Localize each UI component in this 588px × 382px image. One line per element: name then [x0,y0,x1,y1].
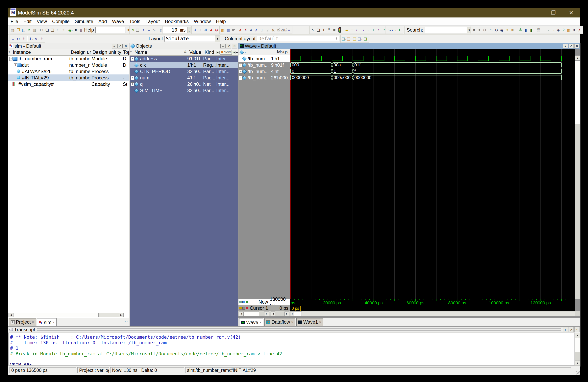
cursor-tool-icon[interactable] [242,307,245,310]
sim-undock-button[interactable]: ⇗ [117,44,123,48]
load-layout-icon[interactable]: ❏▾ [357,36,362,42]
tab-close-icon[interactable]: ✕ [291,321,294,324]
menu-help[interactable]: Help [213,19,228,24]
wave-vscroll-thumb[interactable] [575,61,580,124]
names-scroll-thumb[interactable] [244,312,259,316]
transcript-vscrollbar[interactable]: ▲ ▼ [575,333,580,366]
cursor-label[interactable]: Cursor 1 [250,305,270,311]
show-all-icon[interactable]: ALL [281,27,286,33]
wave-hscroll-left[interactable]: ◂ [290,312,294,316]
profile-view-icon[interactable]: ▦ [226,27,231,33]
menu-file[interactable]: File [8,19,21,24]
now-go-icon[interactable] [246,301,248,303]
zoom-out-icon[interactable]: ⊖ [494,27,499,33]
help-mode-icon[interactable]: ? [561,27,566,33]
pause-hand-icon[interactable]: ☛ [231,27,236,33]
step-over-current-icon[interactable]: ↻▾ [34,36,39,42]
new-icon[interactable]: ▤▾ [11,27,16,33]
profile-icon[interactable]: ▦ [220,27,225,33]
wave-cursor-icon[interactable]: ╧ [518,27,523,33]
wave-signal-row[interactable]: /tb_num...1'h1 [238,55,290,62]
wave-signal-row[interactable]: +/tb_num...9'h01f [238,62,290,68]
tab-close-icon[interactable]: ✕ [32,321,34,324]
sim-hscroll-left[interactable]: ◀ [9,313,13,317]
kill-process-icon[interactable]: ✗ [238,27,243,33]
wave-close-button[interactable]: ✕ [574,44,579,48]
traffic-light-icon[interactable] [337,27,342,33]
add-selected-icon[interactable]: ✛ [397,27,402,33]
values-scroll-right[interactable]: ▶ [284,312,289,316]
wave-grid-icon[interactable]: ▒ [536,27,541,33]
menu-bookmarks[interactable]: Bookmarks [162,19,191,24]
sim-col-3[interactable]: Top Category [121,49,129,55]
sim-tree-row[interactable]: #ALWAYS#26tb_number...Process- [8,68,129,74]
expand-plus-icon[interactable]: + [130,76,134,80]
transcript-log[interactable]: # ** Note: $finish : C:/Users/Microsoft/… [8,333,575,365]
menu-view[interactable]: View [34,19,50,24]
highlight-off-icon[interactable]: ▱ [350,27,355,33]
calendar-icon[interactable]: ▦ [566,27,571,33]
save-layout-icon[interactable]: ❏▾ [341,36,346,42]
zoom-cursor-icon[interactable]: ⌖ [505,27,510,33]
objects-col-2[interactable]: Kind [203,49,216,55]
wave-panel-titlebar[interactable]: Wave - Default + ⇗ ✕ [238,43,580,49]
restart-icon[interactable]: ↻ [130,27,135,33]
objects-row[interactable]: SIM_TIME32'h0...Par...Inter... [130,87,238,93]
sim-tree-row[interactable]: #INITIAL#29tb_number...Process- [8,74,129,81]
step-out-icon[interactable]: ⇡ [21,36,26,42]
tab-project[interactable]: Project✕ [9,318,36,326]
menu-layout[interactable]: Layout [143,19,162,24]
resize-grip[interactable] [576,371,580,374]
prev-fall-icon[interactable]: ↓ [371,27,376,33]
find-next-icon[interactable]: ⚭ [472,27,477,33]
find-icon[interactable]: ⚭ [73,27,78,33]
tab-wave1[interactable]: Wave1✕ [296,318,323,326]
menu-window[interactable]: Window [191,19,213,24]
sim-hscroll-thumb[interactable] [13,313,99,317]
edit-layout-icon[interactable]: ❏ [352,36,357,42]
cursor-time-box[interactable]: 0 ps [291,306,301,311]
objects-row[interactable]: +q26'h0...NetInter... [130,81,238,87]
tab-close-icon[interactable]: ✕ [53,321,55,324]
rainbow-icon[interactable]: ≣ [286,27,292,33]
wave-expand2-icon[interactable]: ⌐ [547,27,552,33]
expand-plus-icon[interactable]: + [239,70,243,73]
menu-add[interactable]: Add [96,19,109,24]
move-mode-icon[interactable]: ✛ [321,27,326,33]
transcript-scroll-up[interactable]: ▲ [575,333,580,338]
redo-icon[interactable]: ↷ [61,27,66,33]
tab-wave[interactable]: Wave✕ [239,318,263,326]
wave-hscroll-thumb[interactable] [294,312,302,316]
expand-time-icon[interactable]: ⇢▾ [386,27,391,33]
sim-tree-row[interactable]: −tb_number_ramtb_number...ModuleD [8,55,129,62]
run-all-icon[interactable]: ⇊ [203,27,208,33]
delete-icon[interactable]: ✗ [577,27,582,33]
undo-icon[interactable]: ↶ [55,27,60,33]
wave-signal-row[interactable]: +/tb_num...26'h000... [238,74,290,81]
expand-plus-icon[interactable]: + [239,63,243,67]
objects-close-button[interactable]: ✕ [232,44,237,48]
search-input[interactable] [425,27,467,33]
wave-hscrollbar[interactable]: ◂ [290,312,575,316]
objects-dock-button[interactable]: + [220,44,226,48]
transcript-titlebar[interactable]: Transcript + ⇗ ✕ [8,327,580,333]
next-transition-icon[interactable]: ⇥ [360,27,365,33]
step-out-current-icon[interactable]: ⇡ [39,36,44,42]
remove-filter-icon[interactable]: ✗ [249,27,253,33]
clear-icon[interactable]: ✗ [254,27,259,33]
stop-icon[interactable]: ✗ [209,27,214,33]
expand-plus-icon[interactable]: + [239,76,243,80]
sim-col-1[interactable]: Design unit [69,49,91,55]
now-prev-icon[interactable]: ⇤ [216,51,220,54]
header-overflow-icon[interactable]: ▶ [236,51,238,54]
tab-sim[interactable]: sim✕ [37,318,57,326]
sim-tree-row[interactable]: +dutnumber_ra...ModuleD [8,62,129,68]
sim-panel-titlebar[interactable]: sim - Default + ⇗ ✕ [8,43,129,49]
objects-col-1[interactable]: Value [188,49,203,55]
menu-wave[interactable]: Wave [109,19,126,24]
menu-compile[interactable]: Compile [50,19,72,24]
run-icon[interactable]: ⇩ [193,27,198,33]
show-box-icon[interactable]: □ [276,27,281,33]
prev-transition-icon[interactable]: ⇤ [355,27,360,33]
menu-tools[interactable]: Tools [126,19,143,24]
